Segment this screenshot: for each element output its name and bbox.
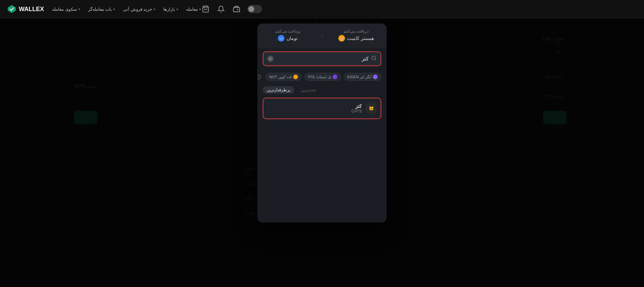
modal-overlay: دریافت می‌کنم همستر کامبت 🐹 ‹ پرداخت می‌… [0, 18, 644, 287]
chevron-down-icon: ▾ [78, 7, 80, 11]
modal-header: دریافت می‌کنم همستر کامبت 🐹 ‹ پرداخت می‌… [257, 23, 387, 47]
sort-tabs: جدیدترین پرطرفدارترین [257, 84, 387, 95]
filter-chip-pol[interactable]: پل (متیک) POL [304, 73, 341, 81]
quick-filters: آیگن لیر EIGEN پل (متیک) POL نات کوین NO… [257, 70, 387, 84]
nav-item-markets[interactable]: ▾ بازارها [163, 7, 178, 12]
svg-rect-0 [233, 7, 240, 12]
chevron-down-icon: ▾ [113, 7, 115, 11]
icon-controls [201, 4, 262, 14]
svg-line-4 [375, 59, 376, 60]
search-input[interactable] [276, 56, 369, 62]
search-container: × [257, 47, 387, 70]
chevron-down-icon: ▾ [199, 7, 201, 11]
toggle-knob [248, 6, 254, 12]
swap-direction-button[interactable]: ‹ [318, 23, 326, 47]
search-icon [371, 55, 377, 62]
pay-side: پرداخت می‌کنم تومان ت [257, 23, 318, 47]
theme-toggle[interactable] [247, 5, 262, 13]
filter-chip-eigen[interactable]: آیگن لیر EIGEN [344, 73, 381, 81]
chevron-down-icon: ▾ [176, 7, 178, 11]
search-clear-button[interactable]: × [267, 56, 273, 62]
wallet-icon[interactable] [232, 4, 241, 14]
bell-icon[interactable] [216, 4, 226, 14]
bag-icon[interactable] [201, 4, 210, 14]
tab-popular[interactable]: پرطرفدارترین [263, 86, 294, 94]
svg-point-1 [238, 9, 238, 10]
toman-icon: ت [278, 35, 285, 42]
result-item-info: 🐱 کتز CATS [351, 102, 377, 114]
svg-point-3 [372, 56, 376, 60]
navbar-right: ▾ معامله ▾ بازارها ▾ خرید فروش آنی ▾ بات… [7, 4, 201, 14]
chevron-down-icon: ▾ [154, 7, 155, 11]
nav-item-trading[interactable]: ▾ معامله [186, 7, 201, 12]
hamster-icon: 🐹 [338, 35, 345, 42]
search-modal: دریافت می‌کنم همستر کامبت 🐹 ‹ پرداخت می‌… [257, 23, 387, 223]
cats-icon: 🐱 [365, 102, 377, 114]
result-details: کتز CATS [351, 103, 362, 113]
modal-empty-area [257, 122, 387, 223]
filter-chip-not[interactable]: نات کوین NOT [266, 73, 302, 81]
nav-item-bot[interactable]: ▾ بات معامله‌گر [88, 7, 115, 12]
svg-text:🐱: 🐱 [369, 106, 374, 111]
search-bar[interactable]: × [263, 51, 381, 66]
navbar: ▾ معامله ▾ بازارها ▾ خرید فروش آنی ▾ بات… [0, 0, 644, 18]
nav-item-instant-buy[interactable]: ▾ خرید فروش آنی [123, 7, 155, 12]
receive-side: دریافت می‌کنم همستر کامبت 🐹 [326, 23, 387, 47]
svg-point-5 [257, 75, 260, 79]
nav-item-platform[interactable]: ▾ سکوی معامله [52, 7, 80, 12]
tab-newest[interactable]: جدیدترین [297, 86, 320, 94]
logo[interactable]: WALLEX [7, 4, 44, 14]
results-list: 🐱 کتز CATS [257, 95, 387, 122]
result-item-cats[interactable]: 🐱 کتز CATS [263, 98, 381, 119]
history-icon[interactable] [257, 73, 263, 81]
